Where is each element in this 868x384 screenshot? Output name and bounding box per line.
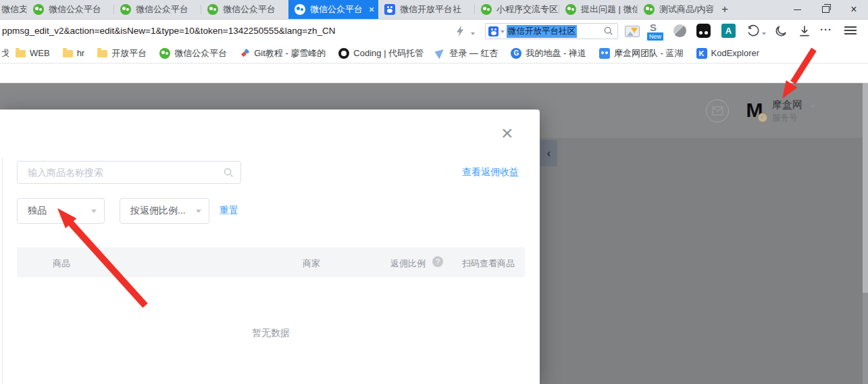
rocket-icon [240, 48, 250, 58]
product-search-input[interactable] [17, 161, 241, 184]
tab-label: 微信公众平台 [310, 3, 363, 16]
minimize-button[interactable] [783, 0, 811, 19]
view-commission-income-link[interactable]: 查看返佣收益 [462, 166, 519, 178]
sogou-new-badge: New [647, 32, 663, 41]
minimize-icon [794, 9, 801, 10]
address-search-box[interactable]: 微信开放平台社区 [485, 23, 618, 39]
tab-label: 测试商品/内容. [659, 3, 713, 16]
undo-icon[interactable] [746, 24, 759, 38]
adblock-circle-icon[interactable] [673, 24, 686, 37]
bookmarks-bar: 戈 WEB hr 开放平台 微信公众平台 Git教程 - 廖雪峰的 Coding… [0, 43, 868, 64]
window-close-button[interactable]: × [840, 0, 868, 19]
sogou-glyph: S [650, 22, 657, 33]
envelope-icon [712, 106, 723, 116]
tab-label: 微信公众平台 [223, 3, 276, 16]
help-icon[interactable]: ? [432, 256, 443, 267]
night-mode-icon[interactable] [774, 24, 788, 38]
search-box-text[interactable]: 微信开放平台社区 [507, 25, 577, 38]
account-type: 服务号 [772, 112, 798, 124]
download-icon[interactable] [798, 24, 811, 38]
window-close-icon: × [850, 4, 857, 15]
wechat-icon [565, 4, 576, 15]
window-controls: × [783, 0, 868, 19]
baidu-search-icon[interactable] [488, 26, 499, 37]
bookmark-lanhu[interactable]: 摩盒网团队 - 蓝湖 [599, 47, 684, 59]
folder-icon [63, 50, 73, 57]
search-icon[interactable] [603, 26, 614, 37]
category-select[interactable]: 独品 [17, 198, 105, 224]
bookmark-coding[interactable]: Coding | 代码托管 [338, 47, 424, 59]
more-menu-icon[interactable]: ··· [820, 24, 832, 35]
zentao-icon: G [511, 48, 521, 59]
page-scrollbar[interactable] [863, 83, 868, 384]
empty-state-text: 暂无数据 [17, 327, 525, 339]
tab-label: 微信支 [1, 3, 27, 16]
wechat-icon [120, 4, 131, 15]
wechat-icon [207, 4, 218, 15]
address-url[interactable]: ppmsg_edit_v2&action=edit&isNew=1&type=1… [2, 26, 335, 36]
bookmark-git-tutorial[interactable]: Git教程 - 廖雪峰的 [240, 47, 326, 59]
tab-close-icon[interactable]: × [367, 5, 376, 14]
tab-label: 小程序交流专区 [496, 3, 558, 16]
tab-test-product[interactable]: 测试商品/内容. [638, 0, 713, 19]
tab-wechat-pay-partial[interactable]: 微信支 [0, 0, 27, 19]
bookmark-folder-web[interactable]: WEB [16, 48, 50, 58]
bookmark-folder-openplatform[interactable]: 开放平台 [97, 47, 147, 59]
account-name[interactable]: 摩盒网 [772, 99, 802, 112]
bookmark-wechat-mp[interactable]: 微信公众平台 [159, 47, 227, 59]
wechat-icon [295, 4, 305, 15]
input-search-icon[interactable] [223, 167, 234, 178]
tab-label: 微信公众平台 [136, 3, 188, 16]
address-toolbar: ppmsg_edit_v2&action=edit&isNew=1&type=1… [0, 20, 868, 43]
lightning-dropdown-icon[interactable] [471, 32, 475, 37]
bookmark-zentao[interactable]: G 我的地盘 - 禅道 [511, 47, 586, 59]
panel-collapse-toggle[interactable]: ‹ [540, 140, 557, 166]
scrollbar-thumb[interactable] [863, 83, 868, 293]
bookmark-partial[interactable]: 戈 [1, 47, 9, 59]
save-image-icon[interactable] [625, 26, 640, 37]
dialog-close-icon[interactable]: × [501, 123, 513, 143]
extension-dots-icon[interactable] [696, 24, 711, 38]
verified-badge-icon: ✓ [758, 113, 767, 122]
folder-icon [97, 50, 107, 57]
col-scan-view: 扫码查看商品 [462, 258, 515, 270]
bookmark-folder-hr[interactable]: hr [63, 48, 85, 58]
tab-mp-2[interactable]: 微信公众平台 [114, 0, 201, 19]
tab-question[interactable]: 提出问题 | 微信 [559, 0, 638, 19]
kodexplorer-icon: K [696, 48, 707, 59]
lanhu-icon [599, 48, 610, 59]
messages-button[interactable] [706, 99, 729, 122]
col-merchant: 商家 [303, 258, 320, 270]
tab-label: 提出问题 | 微信 [581, 3, 638, 16]
sogou-icon[interactable]: S New [647, 22, 666, 41]
page-top-strip [0, 64, 868, 83]
hamburger-menu-icon[interactable] [844, 26, 857, 28]
wechat-icon [33, 4, 44, 15]
translate-icon[interactable]: A [721, 24, 736, 38]
wechat-icon [644, 4, 655, 15]
tab-miniprogram[interactable]: 小程序交流专区 [475, 0, 559, 19]
tab-mp-3[interactable]: 微信公众平台 [201, 0, 288, 19]
dialog-left-border [2, 158, 3, 384]
wechat-icon [481, 4, 492, 15]
table-header: 商品 商家 返佣比例 ? 扫码查看商品 [17, 247, 525, 277]
coding-icon [338, 48, 349, 59]
chevron-down-icon [196, 210, 201, 216]
bookmark-kodexplorer[interactable]: K KodExplorer [696, 48, 760, 59]
tab-mp-active[interactable]: 微信公众平台 × [288, 0, 378, 19]
reset-button[interactable]: 重置 [220, 205, 238, 217]
tab-mp-1[interactable]: 微信公众平台 [27, 0, 114, 19]
search-engine-dropdown-icon[interactable] [501, 30, 505, 35]
commission-sort-select[interactable]: 按返佣比例... [120, 198, 209, 224]
tab-open-platform[interactable]: 微信开放平台社 [378, 0, 475, 19]
lightning-icon[interactable] [454, 24, 467, 38]
new-tab-button[interactable]: + [713, 0, 736, 19]
browser-window: 微信支 微信公众平台 微信公众平台 微信公众平台 微信公众平台 × 微信开放平台… [0, 0, 868, 384]
restore-button[interactable] [811, 0, 840, 19]
paper-plane-icon [435, 47, 447, 59]
bookmark-hongxing-login[interactable]: 登录 — 红杏 [436, 47, 498, 59]
col-commission-rate: 返佣比例 [390, 258, 426, 270]
undo-dropdown-icon[interactable] [762, 32, 766, 37]
wechat-icon [159, 48, 170, 59]
account-dropdown-icon[interactable] [810, 105, 815, 111]
